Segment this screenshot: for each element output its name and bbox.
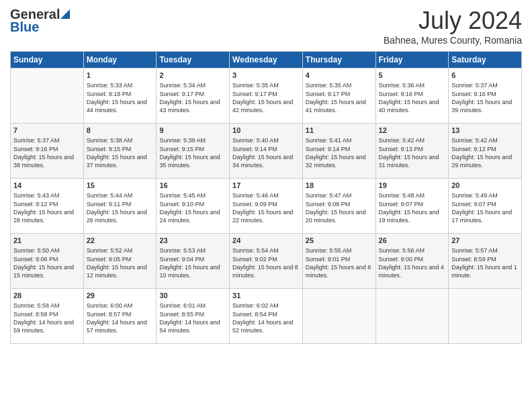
day-content: Sunrise: 5:42 AMSunset: 9:12 PMDaylight:…: [451, 136, 519, 169]
day-cell: 16Sunrise: 5:45 AMSunset: 9:10 PMDayligh…: [157, 179, 230, 234]
day-content: Sunrise: 5:44 AMSunset: 9:11 PMDaylight:…: [87, 191, 154, 224]
month-title: July 2024: [384, 7, 522, 35]
day-content: Sunrise: 5:34 AMSunset: 9:17 PMDaylight:…: [159, 81, 226, 114]
day-number: 18: [306, 181, 373, 191]
week-row-4: 21Sunrise: 5:50 AMSunset: 9:06 PMDayligh…: [11, 234, 522, 289]
col-header-saturday: Saturday: [449, 52, 522, 68]
day-content: Sunrise: 5:37 AMSunset: 9:16 PMDaylight:…: [13, 136, 81, 169]
day-cell: 26Sunrise: 5:56 AMSunset: 9:00 PMDayligh…: [375, 234, 449, 289]
header-row: SundayMondayTuesdayWednesdayThursdayFrid…: [11, 52, 522, 68]
day-content: Sunrise: 6:01 AMSunset: 8:55 PMDaylight:…: [159, 302, 226, 334]
calendar-table: SundayMondayTuesdayWednesdayThursdayFrid…: [10, 51, 522, 344]
day-cell: 1Sunrise: 5:33 AMSunset: 9:18 PMDaylight…: [83, 68, 157, 124]
col-header-tuesday: Tuesday: [157, 52, 230, 68]
day-number: 7: [13, 126, 81, 136]
day-content: Sunrise: 5:38 AMSunset: 9:15 PMDaylight:…: [87, 136, 154, 169]
day-content: Sunrise: 5:57 AMSunset: 8:59 PMDaylight:…: [451, 246, 519, 279]
day-content: Sunrise: 5:48 AMSunset: 9:07 PMDaylight:…: [379, 191, 446, 224]
day-number: 21: [13, 236, 81, 246]
day-content: Sunrise: 5:56 AMSunset: 9:00 PMDaylight:…: [379, 246, 446, 279]
day-content: Sunrise: 5:54 AMSunset: 9:02 PMDaylight:…: [232, 246, 300, 279]
title-section: July 2024 Bahnea, Mures County, Romania: [384, 7, 522, 46]
day-cell: [449, 289, 522, 344]
day-content: Sunrise: 5:37 AMSunset: 9:16 PMDaylight:…: [451, 81, 519, 114]
day-content: Sunrise: 5:45 AMSunset: 9:10 PMDaylight:…: [159, 191, 226, 224]
day-number: 16: [159, 181, 226, 191]
day-content: Sunrise: 5:36 AMSunset: 9:16 PMDaylight:…: [379, 81, 446, 114]
day-content: Sunrise: 5:49 AMSunset: 9:07 PMDaylight:…: [451, 191, 519, 224]
day-cell: 24Sunrise: 5:54 AMSunset: 9:02 PMDayligh…: [230, 234, 303, 289]
day-content: Sunrise: 5:52 AMSunset: 9:05 PMDaylight:…: [87, 246, 154, 279]
day-number: 10: [232, 126, 300, 136]
logo-triangle-icon: [60, 7, 70, 22]
day-cell: 17Sunrise: 5:46 AMSunset: 9:09 PMDayligh…: [230, 179, 303, 234]
day-number: 5: [379, 71, 446, 81]
day-cell: 7Sunrise: 5:37 AMSunset: 9:16 PMDaylight…: [11, 124, 84, 179]
day-cell: 9Sunrise: 5:39 AMSunset: 9:15 PMDaylight…: [157, 124, 230, 179]
day-cell: 19Sunrise: 5:48 AMSunset: 9:07 PMDayligh…: [375, 179, 449, 234]
logo: General Blue: [10, 7, 71, 35]
day-number: 6: [451, 71, 519, 81]
day-cell: 2Sunrise: 5:34 AMSunset: 9:17 PMDaylight…: [157, 68, 230, 124]
day-content: Sunrise: 5:55 AMSunset: 9:01 PMDaylight:…: [306, 246, 373, 279]
col-header-sunday: Sunday: [11, 52, 84, 68]
day-cell: 23Sunrise: 5:53 AMSunset: 9:04 PMDayligh…: [157, 234, 230, 289]
day-number: 9: [159, 126, 226, 136]
day-cell: 5Sunrise: 5:36 AMSunset: 9:16 PMDaylight…: [375, 68, 449, 124]
day-number: 30: [159, 291, 226, 301]
day-cell: [11, 68, 84, 124]
day-cell: 20Sunrise: 5:49 AMSunset: 9:07 PMDayligh…: [449, 179, 522, 234]
logo-blue-text: Blue: [10, 19, 39, 35]
day-number: 8: [87, 126, 154, 136]
day-number: 3: [232, 71, 300, 81]
week-row-5: 28Sunrise: 5:58 AMSunset: 8:58 PMDayligh…: [11, 289, 522, 344]
week-row-1: 1Sunrise: 5:33 AMSunset: 9:18 PMDaylight…: [11, 68, 522, 124]
day-content: Sunrise: 5:40 AMSunset: 9:14 PMDaylight:…: [232, 136, 300, 169]
col-header-wednesday: Wednesday: [230, 52, 303, 68]
col-header-monday: Monday: [83, 52, 157, 68]
day-number: 27: [451, 236, 519, 246]
day-number: 19: [379, 181, 446, 191]
day-number: 1: [87, 71, 154, 81]
day-cell: 25Sunrise: 5:55 AMSunset: 9:01 PMDayligh…: [302, 234, 375, 289]
day-content: Sunrise: 5:53 AMSunset: 9:04 PMDaylight:…: [159, 246, 226, 279]
col-header-friday: Friday: [375, 52, 449, 68]
col-header-thursday: Thursday: [302, 52, 375, 68]
day-cell: 4Sunrise: 5:35 AMSunset: 9:17 PMDaylight…: [302, 68, 375, 124]
day-number: 14: [13, 181, 81, 191]
day-content: Sunrise: 5:58 AMSunset: 8:58 PMDaylight:…: [13, 302, 81, 334]
day-number: 25: [306, 236, 373, 246]
svg-marker-0: [60, 9, 70, 19]
day-content: Sunrise: 5:43 AMSunset: 9:12 PMDaylight:…: [13, 191, 81, 224]
day-cell: 6Sunrise: 5:37 AMSunset: 9:16 PMDaylight…: [449, 68, 522, 124]
day-content: Sunrise: 5:39 AMSunset: 9:15 PMDaylight:…: [159, 136, 226, 169]
day-content: Sunrise: 5:33 AMSunset: 9:18 PMDaylight:…: [87, 81, 154, 114]
day-cell: 10Sunrise: 5:40 AMSunset: 9:14 PMDayligh…: [230, 124, 303, 179]
day-cell: 28Sunrise: 5:58 AMSunset: 8:58 PMDayligh…: [11, 289, 84, 344]
day-cell: [375, 289, 449, 344]
day-number: 24: [232, 236, 300, 246]
location-title: Bahnea, Mures County, Romania: [384, 35, 522, 46]
day-content: Sunrise: 5:46 AMSunset: 9:09 PMDaylight:…: [232, 191, 300, 224]
day-number: 15: [87, 181, 154, 191]
day-number: 26: [379, 236, 446, 246]
day-cell: 13Sunrise: 5:42 AMSunset: 9:12 PMDayligh…: [449, 124, 522, 179]
calendar-page: General Blue July 2024 Bahnea, Mures Cou…: [0, 0, 532, 411]
day-cell: [302, 289, 375, 344]
day-number: 13: [451, 126, 519, 136]
day-number: 12: [379, 126, 446, 136]
day-cell: 15Sunrise: 5:44 AMSunset: 9:11 PMDayligh…: [83, 179, 157, 234]
day-cell: 27Sunrise: 5:57 AMSunset: 8:59 PMDayligh…: [449, 234, 522, 289]
day-cell: 29Sunrise: 6:00 AMSunset: 8:57 PMDayligh…: [83, 289, 157, 344]
day-cell: 14Sunrise: 5:43 AMSunset: 9:12 PMDayligh…: [11, 179, 84, 234]
day-number: 28: [13, 291, 81, 301]
page-header: General Blue July 2024 Bahnea, Mures Cou…: [10, 7, 522, 46]
day-content: Sunrise: 5:35 AMSunset: 9:17 PMDaylight:…: [306, 81, 373, 114]
day-content: Sunrise: 5:50 AMSunset: 9:06 PMDaylight:…: [13, 246, 81, 279]
day-cell: 12Sunrise: 5:42 AMSunset: 9:13 PMDayligh…: [375, 124, 449, 179]
day-number: 2: [159, 71, 226, 81]
day-number: 23: [159, 236, 226, 246]
day-number: 20: [451, 181, 519, 191]
day-cell: 3Sunrise: 5:35 AMSunset: 9:17 PMDaylight…: [230, 68, 303, 124]
day-content: Sunrise: 5:41 AMSunset: 9:14 PMDaylight:…: [306, 136, 373, 169]
